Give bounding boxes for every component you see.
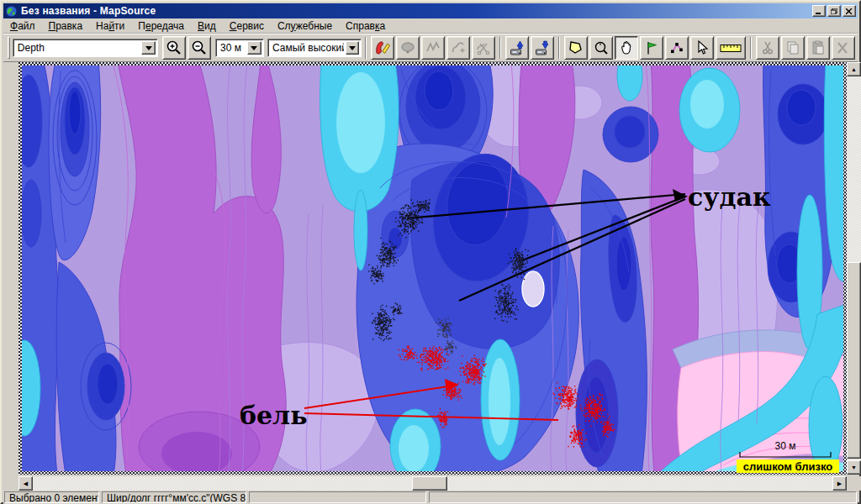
menu-bar: Файл Правка Найти Передача Вид Сервис Сл… [3,18,858,34]
zoom-in-button[interactable] [162,36,186,60]
route-split-button[interactable] [472,36,495,60]
map-canvas[interactable]: судак бель 30 м слишком близко [18,62,847,475]
menu-file[interactable]: Файл [3,19,42,33]
status-bar: Выбрано 0 элементов Шир/долг гггг°мм'сс.… [3,491,858,504]
copy-button[interactable] [781,36,805,60]
scroll-left-button[interactable]: ◀ [18,476,33,491]
menu-utilities[interactable]: Служебные [271,19,339,33]
minimize-button[interactable] [812,5,826,17]
track-draw-button[interactable] [396,36,420,60]
map-select-tool-button[interactable] [564,36,588,60]
chevron-down-icon[interactable] [346,41,359,55]
zoom-tool-button[interactable] [589,36,613,60]
send-to-device-button[interactable] [505,36,529,60]
detail-level-value: Самый высокий [268,39,344,56]
menu-find[interactable]: Найти [89,19,131,33]
toolbar: Depth 30 м Самый высокий [3,34,858,62]
route-draw-button[interactable] [446,36,470,60]
delete-button[interactable] [832,36,855,60]
close-button[interactable] [843,5,856,17]
status-panel-empty [429,491,857,503]
track-erase-button[interactable] [421,36,445,60]
menu-transfer[interactable]: Передача [131,19,191,33]
toolbar-separator [365,37,367,59]
title-bar: Без названия - MapSource [3,3,858,18]
map-product-combo[interactable]: Depth [13,39,159,57]
restore-button[interactable] [827,5,841,17]
receive-from-device-button[interactable] [531,36,554,60]
position-format-status: Шир/долг гггг°мм'сс.с"(WGS 84) [102,491,246,503]
menu-help[interactable]: Справка [339,19,392,33]
vertical-scroll-thumb[interactable] [847,262,861,459]
map-label-sudak: судак [688,182,771,212]
menu-view[interactable]: Вид [191,19,223,33]
vertical-scrollbar[interactable]: ▲ ▼ [847,62,861,475]
scale-text: 30 м [775,440,796,452]
horizontal-scroll-thumb[interactable] [412,476,447,491]
zoom-warning-text: слишком близко [743,460,832,473]
scroll-up-button[interactable]: ▲ [847,62,861,76]
route-tool-button[interactable] [665,36,689,60]
menu-edit[interactable]: Правка [42,19,90,33]
measure-tool-button[interactable] [716,36,746,60]
paste-button[interactable] [806,36,830,60]
mapsource-window: Без названия - MapSource Файл Правка Най… [0,0,861,504]
detail-level-combo[interactable]: Самый высокий [267,39,362,57]
selection-tool-button[interactable] [690,36,714,60]
scroll-right-button[interactable]: ▶ [832,476,847,491]
waypoint-tool-button[interactable] [640,36,663,60]
depth-contour-map: судак бель 30 м слишком близко [18,62,847,475]
toolbar-separator [558,37,560,59]
zoom-scale-combo[interactable]: 30 м [215,39,264,57]
map-edit-button[interactable] [371,36,394,60]
pan-tool-button[interactable] [615,36,638,60]
toolbar-separator [499,37,501,59]
status-panel-empty [249,491,426,503]
toolbar-grip [8,37,10,59]
chevron-down-icon[interactable] [141,41,156,55]
map-label-bel: бель [240,401,308,430]
chevron-down-icon[interactable] [247,41,261,55]
scrollbar-corner [847,476,861,491]
scroll-down-button[interactable]: ▼ [847,460,861,475]
toolbar-separator [750,37,752,59]
map-product-value: Depth [13,39,140,56]
selection-status: Выбрано 0 элементов [4,491,99,503]
window-title: Без названия - MapSource [21,5,811,17]
zoom-out-button[interactable] [188,36,211,60]
cut-button[interactable] [756,36,779,60]
horizontal-scrollbar[interactable]: ◀ ▶ [18,476,847,491]
menu-service[interactable]: Сервис [223,19,271,33]
zoom-scale-value: 30 м [216,39,246,56]
app-icon [5,5,18,18]
